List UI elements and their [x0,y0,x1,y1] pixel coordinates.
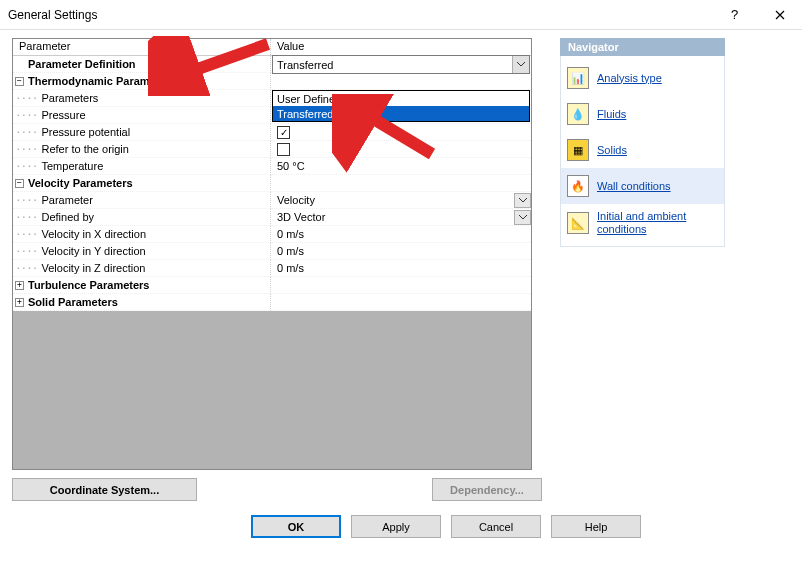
column-header-value: Value [271,39,531,55]
nav-item-solids[interactable]: ▦ Solids [561,132,724,168]
nav-item-analysis-type[interactable]: 📊 Analysis type [561,60,724,96]
annotation-arrow-icon [332,94,452,174]
help-button[interactable]: Help [551,515,641,538]
navigator-title: Navigator [560,38,725,56]
solids-icon: ▦ [567,139,589,161]
collapse-icon[interactable]: − [15,179,24,188]
expand-icon[interactable]: + [15,298,24,307]
ok-button[interactable]: OK [251,515,341,538]
row-solid[interactable]: Solid Parameters [28,296,118,308]
nav-link-initial-conditions[interactable]: Initial and ambient conditions [597,210,718,236]
row-refer-origin[interactable]: Refer to the origin [42,143,129,155]
nav-item-initial-conditions[interactable]: 📐 Initial and ambient conditions [561,204,724,242]
nav-item-wall-conditions[interactable]: 🔥 Wall conditions [561,168,724,204]
row-velocity-x[interactable]: Velocity in X direction [42,228,147,240]
checkbox-refer-origin[interactable] [277,143,290,156]
dependency-button: Dependency... [432,478,542,501]
value-velocity-y[interactable]: 0 m/s [277,245,304,257]
grid-empty-area [13,311,531,469]
analysis-type-icon: 📊 [567,67,589,89]
nav-link-wall-conditions[interactable]: Wall conditions [597,180,671,193]
wall-conditions-icon: 🔥 [567,175,589,197]
chevron-down-icon[interactable] [512,56,529,73]
row-velocity-y[interactable]: Velocity in Y direction [42,245,146,257]
row-turbulence[interactable]: Turbulence Parameters [28,279,149,291]
fluids-icon: 💧 [567,103,589,125]
nav-link-solids[interactable]: Solids [597,144,627,157]
row-parameter[interactable]: Parameter [42,194,93,206]
close-button[interactable] [757,0,802,30]
row-velocity-z[interactable]: Velocity in Z direction [42,262,146,274]
svg-line-1 [357,109,432,154]
nav-item-fluids[interactable]: 💧 Fluids [561,96,724,132]
annotation-arrow-icon [148,36,278,96]
parameter-definition-dropdown[interactable]: Transferred [272,55,530,74]
chevron-down-icon[interactable] [514,193,531,208]
row-velocity-parameters[interactable]: Velocity Parameters [28,177,133,189]
row-temperature[interactable]: Temperature [42,160,104,172]
svg-line-0 [178,44,268,76]
chevron-down-icon[interactable] [514,210,531,225]
help-button[interactable]: ? [712,0,757,30]
collapse-icon[interactable]: − [15,77,24,86]
value-defined-by[interactable]: 3D Vector [277,211,325,223]
checkbox-pressure-potential[interactable]: ✓ [277,126,290,139]
nav-link-analysis-type[interactable]: Analysis type [597,72,662,85]
value-parameter[interactable]: Velocity [277,194,315,206]
window-title: General Settings [8,8,712,22]
initial-conditions-icon: 📐 [567,212,589,234]
apply-button[interactable]: Apply [351,515,441,538]
row-defined-by[interactable]: Defined by [42,211,95,223]
cancel-button[interactable]: Cancel [451,515,541,538]
value-velocity-x[interactable]: 0 m/s [277,228,304,240]
parameter-definition-value: Transferred [277,59,333,71]
coordinate-system-button[interactable]: Coordinate System... [12,478,197,501]
expand-icon[interactable]: + [15,281,24,290]
row-pressure-potential[interactable]: Pressure potential [42,126,131,138]
value-velocity-z[interactable]: 0 m/s [277,262,304,274]
row-pressure[interactable]: Pressure [42,109,86,121]
row-parameter-definition[interactable]: Parameter Definition [28,58,136,70]
nav-link-fluids[interactable]: Fluids [597,108,626,121]
row-parameters[interactable]: Parameters [42,92,99,104]
value-temperature[interactable]: 50 °C [277,160,305,172]
